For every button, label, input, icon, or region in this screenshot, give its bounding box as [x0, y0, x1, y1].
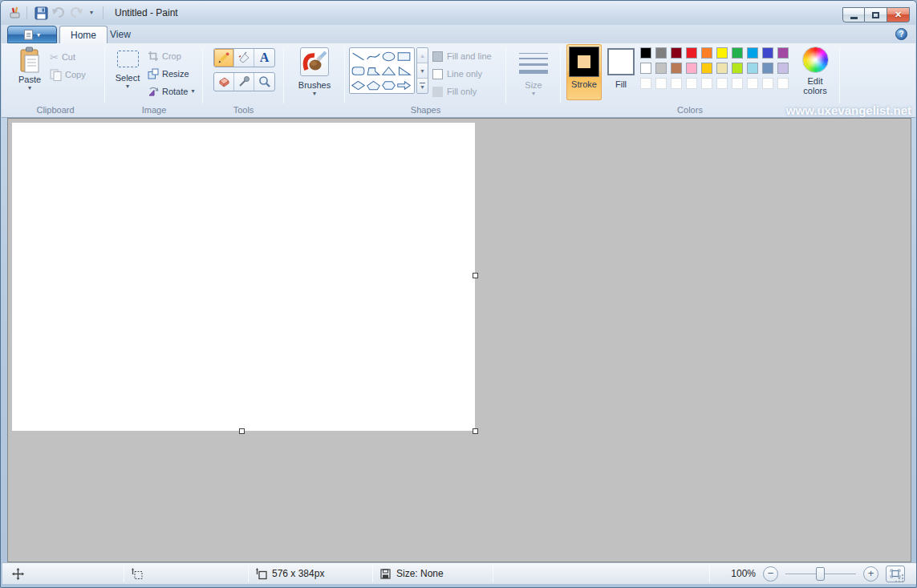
color-swatch[interactable] [655, 47, 667, 59]
color-swatch-empty[interactable] [671, 78, 682, 89]
paint-app-icon[interactable] [8, 6, 22, 20]
shapes-scroll-up-button[interactable]: ▲ [417, 48, 428, 63]
color-swatch-empty[interactable] [747, 78, 758, 89]
color-swatch[interactable] [732, 47, 743, 59]
shape-diamond-icon[interactable] [351, 78, 366, 92]
text-tool-button[interactable]: A [254, 49, 274, 67]
color-swatch[interactable] [762, 63, 773, 74]
maximize-button[interactable] [865, 7, 887, 22]
color-swatch[interactable] [716, 63, 728, 74]
color-swatch[interactable] [701, 63, 712, 74]
color-swatch[interactable] [732, 63, 743, 74]
canvas-resize-handle-bottom[interactable] [239, 428, 245, 434]
color-swatch-empty[interactable] [640, 78, 651, 89]
color-swatch[interactable] [640, 47, 651, 59]
shapes-gallery [349, 47, 415, 94]
color-swatch[interactable] [655, 63, 667, 74]
shape-pentagon-icon[interactable] [366, 78, 381, 92]
cut-button[interactable]: ✂ Cut [50, 50, 75, 64]
brushes-button[interactable]: Brushes ▾ [296, 46, 333, 97]
undo-button[interactable] [50, 5, 67, 21]
shape-ellipse-icon[interactable] [381, 49, 396, 63]
crop-button[interactable]: Crop [148, 49, 181, 63]
color-swatch[interactable] [686, 63, 697, 74]
minimize-icon [850, 17, 858, 19]
color-swatch-empty[interactable] [716, 78, 728, 89]
fill-with-color-tool-button[interactable] [234, 49, 254, 67]
fill-color-swatch [607, 48, 635, 75]
customize-quick-access-button[interactable]: ▾ [85, 5, 98, 21]
tab-view[interactable]: View [99, 26, 141, 43]
shape-triangle-icon[interactable] [381, 63, 396, 78]
shape-hexagon-icon[interactable] [381, 78, 396, 92]
color-swatch[interactable] [640, 63, 651, 74]
stroke-color-button[interactable]: Stroke [566, 44, 602, 100]
color-swatch[interactable] [762, 47, 773, 59]
zoom-slider[interactable] [785, 566, 856, 582]
color-swatch[interactable] [671, 63, 682, 74]
zoom-in-button[interactable]: + [863, 566, 878, 582]
color-swatch[interactable] [686, 47, 697, 59]
titlebar-separator [103, 6, 103, 19]
line-only-option[interactable]: Line only [432, 67, 482, 80]
group-shapes: ▲ ▼ ▼ Fill and line Line only Fill only … [346, 43, 505, 117]
minimize-button[interactable] [842, 7, 865, 22]
shape-right-triangle-icon[interactable] [396, 63, 412, 78]
shapes-scroll-down-button[interactable]: ▼ [417, 63, 428, 79]
size-button[interactable]: Size ▾ [517, 45, 550, 97]
canvas-resize-handle-corner[interactable] [473, 428, 478, 434]
save-button[interactable] [32, 5, 50, 21]
color-swatch[interactable] [777, 63, 789, 74]
shape-line-icon[interactable] [351, 49, 366, 63]
color-swatch-empty[interactable] [732, 78, 743, 89]
rotate-button[interactable]: Rotate ▾ [148, 84, 194, 99]
select-button[interactable]: Select ▾ [111, 45, 144, 90]
color-swatch[interactable] [747, 47, 758, 59]
magnifier-tool-button[interactable] [254, 73, 274, 91]
paint-menu-button[interactable]: ▾ [7, 26, 57, 43]
pencil-tool-button[interactable] [214, 49, 234, 67]
shapes-gallery-more-button[interactable]: ▼ [417, 79, 428, 93]
color-swatch-empty[interactable] [701, 78, 712, 89]
paste-button[interactable]: Paste ▾ [13, 45, 47, 91]
edit-colors-button[interactable]: Edit colors [796, 45, 834, 95]
close-button[interactable]: ✕ [887, 7, 910, 22]
shape-polygon-icon[interactable] [366, 63, 381, 78]
color-swatch[interactable] [777, 47, 789, 59]
redo-button[interactable] [67, 5, 85, 21]
color-swatch-empty[interactable] [777, 78, 789, 89]
resize-grip[interactable] [895, 574, 904, 583]
resize-button[interactable]: Resize [148, 67, 189, 81]
canvas-resize-handle-right[interactable] [473, 273, 478, 278]
undo-icon [51, 6, 66, 19]
fill-and-line-option[interactable]: Fill and line [432, 50, 492, 63]
shape-arrow-right-icon[interactable] [396, 78, 412, 92]
copy-button[interactable]: Copy [50, 67, 86, 82]
fill-color-button[interactable]: Fill [605, 44, 637, 100]
zoom-out-button[interactable]: − [763, 566, 778, 582]
shape-rectangle-icon[interactable] [396, 49, 412, 63]
color-swatch-empty[interactable] [686, 78, 697, 89]
zoom-slider-thumb[interactable] [816, 567, 825, 581]
triangle-up-icon: ▲ [420, 53, 425, 59]
fill-only-option[interactable]: Fill only [432, 85, 477, 98]
help-button[interactable]: ? [895, 28, 907, 40]
group-separator [839, 47, 840, 103]
color-swatch[interactable] [701, 47, 712, 59]
color-swatch[interactable] [716, 47, 728, 59]
shape-curve-icon[interactable] [366, 49, 381, 63]
color-swatch[interactable] [747, 63, 758, 74]
image-group-label: Image [106, 105, 202, 115]
shape-rounded-rectangle-icon[interactable] [351, 63, 366, 78]
tools-strip-bottom [213, 72, 275, 91]
color-swatch-empty[interactable] [762, 78, 773, 89]
color-picker-tool-button[interactable] [234, 73, 254, 91]
group-separator [104, 47, 105, 103]
color-swatch-empty[interactable] [655, 78, 667, 89]
status-bar: 576 x 384px Size: None 100% − + [2, 562, 916, 584]
eraser-tool-button[interactable] [214, 73, 234, 91]
cursor-position-icon [12, 568, 24, 580]
color-swatch[interactable] [671, 47, 682, 59]
drawing-canvas[interactable] [12, 123, 475, 431]
close-icon: ✕ [895, 10, 902, 20]
